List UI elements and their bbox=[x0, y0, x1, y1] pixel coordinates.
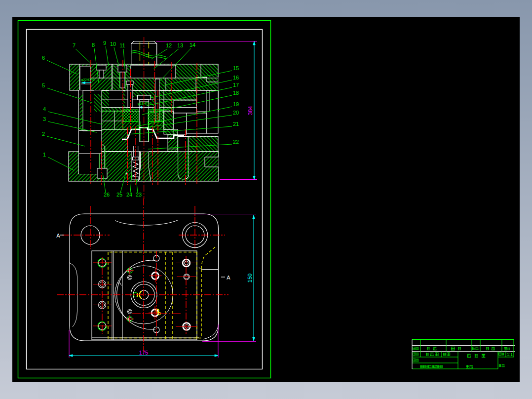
svg-text:19: 19 bbox=[233, 101, 239, 107]
svg-text:2: 2 bbox=[42, 131, 45, 137]
svg-text:26: 26 bbox=[104, 192, 110, 198]
svg-text:25: 25 bbox=[116, 192, 122, 198]
svg-text:20: 20 bbox=[233, 110, 239, 116]
svg-text:17: 17 bbox=[233, 82, 239, 88]
svg-text:5: 5 bbox=[42, 82, 45, 88]
svg-text:150: 150 bbox=[247, 274, 253, 282]
svg-text:15: 15 bbox=[233, 65, 239, 71]
svg-text:9: 9 bbox=[103, 40, 106, 46]
svg-text:7: 7 bbox=[73, 42, 76, 48]
svg-text:φ22H7/r6: φ22H7/r6 bbox=[81, 78, 95, 82]
svg-text:4: 4 bbox=[43, 106, 46, 112]
svg-text:18: 18 bbox=[233, 90, 239, 96]
svg-text:24: 24 bbox=[126, 192, 132, 198]
svg-text:21: 21 bbox=[233, 121, 239, 127]
svg-text:23: 23 bbox=[136, 192, 142, 198]
svg-text:384: 384 bbox=[247, 106, 253, 115]
svg-text:14: 14 bbox=[190, 42, 195, 48]
svg-text:175: 175 bbox=[139, 350, 148, 356]
svg-text:11: 11 bbox=[119, 42, 125, 48]
svg-text:12: 12 bbox=[166, 42, 172, 48]
svg-text:A: A bbox=[56, 233, 60, 239]
svg-text:10: 10 bbox=[110, 41, 116, 47]
svg-text:22: 22 bbox=[233, 139, 239, 145]
svg-text:16: 16 bbox=[233, 75, 239, 80]
svg-text:8: 8 bbox=[92, 42, 95, 48]
svg-text:A: A bbox=[227, 275, 230, 280]
svg-text:6: 6 bbox=[42, 55, 45, 61]
svg-text:1: 1 bbox=[43, 152, 46, 158]
svg-text:3: 3 bbox=[43, 116, 46, 122]
svg-text:13: 13 bbox=[177, 42, 183, 48]
svg-text:1:1: 1:1 bbox=[507, 352, 513, 357]
